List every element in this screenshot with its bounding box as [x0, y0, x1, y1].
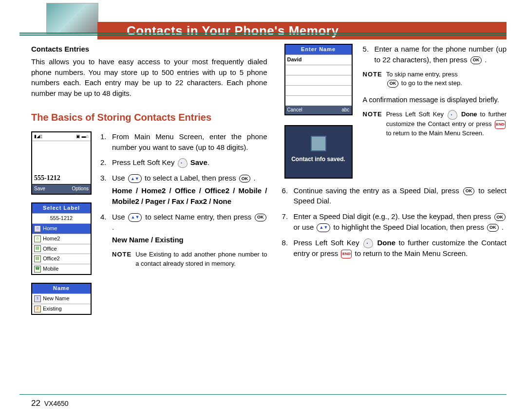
subsection-heading: Contacts Entries: [31, 44, 267, 55]
page-title: Contacts in Your Phone's Memory: [127, 23, 338, 38]
steps-with-screens: ▮◢▯▣ ▬⌂ 555-1212 Save Options Select Lab…: [31, 131, 267, 315]
list-item: ⌂Home2: [32, 234, 91, 244]
nav-key-icon: ▲▼: [128, 174, 142, 183]
floppy-icon: [311, 136, 326, 151]
page-header: Contacts in Your Phone's Memory: [0, 10, 526, 34]
page-footer: 22 VX4650: [31, 399, 69, 408]
step-6: Continue saving the entry as a Speed Dia…: [294, 185, 507, 207]
screen-subtitle: 555-1212: [32, 213, 91, 223]
softkey-left: Cancel: [287, 107, 302, 114]
steps-list-5: Enter a name for the phone number (up to…: [363, 44, 507, 65]
footer-rule: [19, 394, 507, 395]
left-soft-key-icon: [448, 110, 457, 120]
note-skip-name: NOTE To skip name entry, press OK to go …: [363, 70, 507, 89]
left-soft-key-icon: [178, 158, 188, 168]
steps-list-1-4: From Main Menu Screen, enter the phone n…: [100, 131, 267, 245]
note-label: NOTE: [363, 110, 382, 138]
left-column: Contacts Entries This allows you to have…: [31, 44, 267, 391]
saved-message: Contact info saved.: [288, 155, 349, 164]
softkey-right: Options: [72, 185, 89, 193]
step-2: Press Left Soft Key Save.: [112, 157, 267, 168]
ok-key-icon: OK: [255, 214, 266, 221]
nav-key-icon: ▲▼: [128, 213, 142, 222]
phone-screen-dial: ▮◢▯▣ ▬⌂ 555-1212 Save Options: [31, 131, 92, 195]
page-number: 22: [31, 399, 40, 408]
screen-title: Name: [32, 284, 91, 293]
model-number: VX4650: [44, 400, 69, 407]
step-1: From Main Menu Screen, enter the phone n…: [112, 131, 267, 153]
note-done-customize: NOTE Press Left Soft Key Done to further…: [363, 110, 507, 138]
step-4: Use ▲▼ to select Name entry, then press …: [112, 212, 267, 245]
ok-key-icon: OK: [487, 224, 499, 232]
nav-key-icon: ▲▼: [317, 223, 330, 232]
note-text: Use Existing to add another phone number…: [135, 250, 267, 269]
right-text-upper: Enter a name for the phone number (up to…: [363, 44, 507, 179]
end-key-icon: END: [341, 250, 352, 258]
right-column: Enter Name David Cancel abc Contact info: [282, 44, 507, 391]
end-key-icon: END: [495, 120, 506, 129]
softkey-right: abc: [341, 107, 349, 114]
content-area: Contacts Entries This allows you to have…: [31, 44, 507, 391]
intro-paragraph: This allows you to have easy access to y…: [31, 56, 267, 99]
name-options: New Name / Existing: [112, 235, 267, 245]
header-rule-1: [19, 33, 507, 34]
ok-key-icon: OK: [470, 56, 482, 64]
note-text: To skip name entry, press OK to go to th…: [386, 70, 507, 89]
steps-list-6-8: Continue saving the entry as a Speed Dia…: [282, 185, 507, 264]
list-item: ▤Office: [32, 244, 91, 254]
phone-screen-enter-name: Enter Name David Cancel abc: [284, 44, 353, 115]
phone-screens-column: ▮◢▯▣ ▬⌂ 555-1212 Save Options Select Lab…: [31, 131, 94, 315]
step-3: Use ▲▼ to select a Label, then press OK …: [112, 173, 267, 206]
ok-key-icon: OK: [239, 175, 251, 183]
label-options: Home / Home2 / Office / Office2 / Mobile…: [112, 185, 267, 207]
screen-title: Enter Name: [285, 45, 352, 55]
steps-text: From Main Menu Screen, enter the phone n…: [100, 131, 267, 315]
confirmation-text: A confirmation message is displayed brie…: [363, 95, 507, 105]
saved-dialog: Contact info saved.: [285, 126, 352, 177]
dialed-number: 555-1212: [32, 162, 91, 184]
blank-row: [285, 75, 352, 85]
blank-row: [285, 85, 352, 95]
softkey-bar: Save Options: [32, 184, 91, 194]
list-item: ☎Mobile: [32, 264, 91, 274]
step-5: Enter a name for the phone number (up to…: [375, 44, 507, 65]
entered-name: David: [285, 55, 352, 65]
blank-row: [285, 65, 352, 75]
list-item: 2Existing: [32, 304, 91, 314]
step-8: Press Left Soft Key Done to further cust…: [294, 237, 507, 259]
screen-title: Select Label: [32, 203, 91, 213]
note-text: Press Left Soft Key Done to further cust…: [386, 110, 507, 138]
note-existing: NOTE Use Existing to add another phone n…: [112, 250, 267, 269]
phone-screen-name: Name 1New Name 2Existing: [31, 283, 92, 315]
header-rule-2: [19, 35, 507, 36]
softkey-bar: Cancel abc: [285, 106, 352, 115]
phone-screen-saved: Contact info saved.: [284, 125, 353, 178]
section-title: The Basics of Storing Contacts Entries: [31, 110, 267, 125]
note-label: NOTE: [112, 250, 132, 269]
softkey-left: Save: [34, 185, 45, 193]
status-bar: ▮◢▯▣ ▬⌂: [32, 132, 91, 141]
list-item: ⌂Home: [32, 223, 91, 234]
left-soft-key-icon: [363, 238, 373, 248]
phone-screen-select-label: Select Label 555-1212 ⌂Home ⌂Home2 ▤Offi…: [31, 202, 92, 275]
blank-row: [285, 95, 352, 106]
header-title-bar: Contacts in Your Phone's Memory: [97, 22, 507, 39]
ok-key-icon: OK: [463, 187, 475, 195]
phone-screens-column-right: Enter Name David Cancel abc Contact info: [282, 44, 355, 179]
ok-key-icon: OK: [387, 80, 399, 88]
header-photo: [46, 3, 98, 34]
ok-key-icon: OK: [494, 213, 506, 221]
list-item: 1New Name: [32, 293, 91, 304]
note-label: NOTE: [363, 70, 382, 89]
list-item: ▤Office2: [32, 254, 91, 264]
step-7: Enter a Speed Dial digit (e.g., 2). Use …: [294, 211, 507, 233]
